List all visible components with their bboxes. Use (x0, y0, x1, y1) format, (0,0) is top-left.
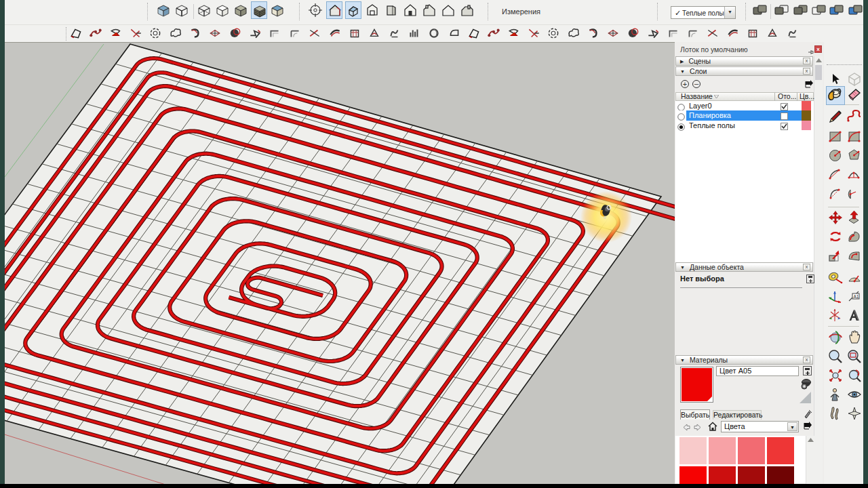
svg-text:A1: A1 (854, 294, 859, 299)
